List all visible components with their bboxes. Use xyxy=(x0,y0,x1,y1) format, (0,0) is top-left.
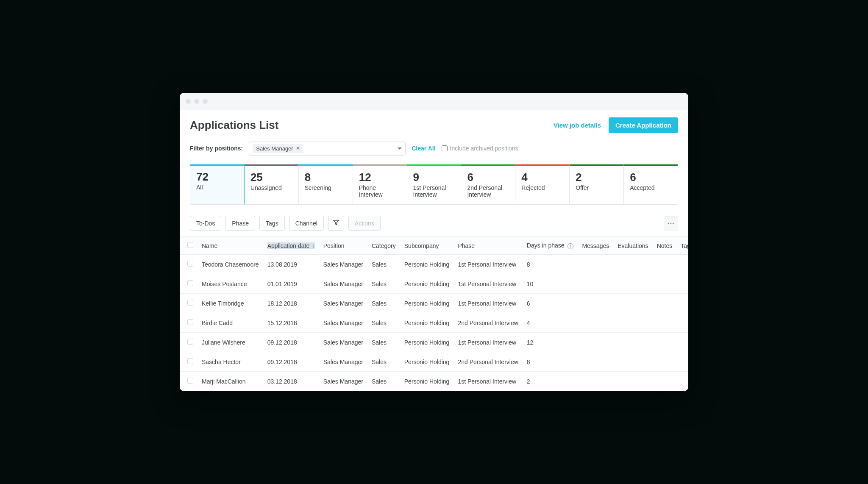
stage-tab[interactable]: 12Phone Interview xyxy=(353,164,407,204)
info-icon[interactable]: i xyxy=(568,243,573,249)
row-checkbox[interactable] xyxy=(187,300,193,306)
cell-name: Moises Postance xyxy=(198,274,263,294)
row-checkbox[interactable] xyxy=(187,319,193,325)
more-menu-button[interactable]: ⋯ xyxy=(664,216,678,231)
cell-phase: 2nd Personal Interview xyxy=(453,313,522,333)
cell-subcompany: Personio Holding xyxy=(400,294,454,313)
cell-category: Sales xyxy=(367,372,400,391)
view-job-details-link[interactable]: View job details xyxy=(554,122,601,129)
include-archived-label: Include archived positions xyxy=(450,145,518,152)
table-row[interactable]: Kellie Timbridge18.12.2018Sales ManagerS… xyxy=(180,294,688,313)
stage-tab[interactable]: 4Rejected xyxy=(515,164,570,204)
stage-label: Accepted xyxy=(630,184,672,192)
page-header: Applications List View job details Creat… xyxy=(190,117,678,133)
filter-tags-button[interactable]: Tags xyxy=(259,216,285,231)
row-checkbox[interactable] xyxy=(187,378,193,384)
col-tags[interactable]: Tags xyxy=(676,237,688,255)
create-application-button[interactable]: Create Application xyxy=(609,117,678,133)
cell-date: 01.01.2019 xyxy=(263,274,319,294)
cell-name: Teodora Chasemoore xyxy=(198,255,263,274)
table-row[interactable]: Marji MacCallion03.12.2018Sales ManagerS… xyxy=(180,372,688,391)
cell-messages xyxy=(578,333,613,352)
sort-desc-icon: ↓ xyxy=(312,243,315,248)
stage-count: 8 xyxy=(305,171,347,184)
cell-position: Sales Manager xyxy=(319,294,367,313)
stage-count: 2 xyxy=(576,171,618,184)
window-control-zoom[interactable] xyxy=(203,99,208,104)
clear-all-link[interactable]: Clear All xyxy=(412,145,435,152)
cell-tags xyxy=(676,255,688,274)
cell-notes xyxy=(653,294,677,313)
select-all-checkbox[interactable] xyxy=(187,242,193,248)
table-row[interactable]: Birdie Cadd15.12.2018Sales ManagerSalesP… xyxy=(180,313,688,333)
cell-name: Birdie Cadd xyxy=(198,313,263,333)
cell-messages xyxy=(578,255,613,274)
table-row[interactable]: Teodora Chasemoore13.08.2019Sales Manage… xyxy=(180,255,688,274)
table-row[interactable]: Moises Postance01.01.2019Sales ManagerSa… xyxy=(180,274,688,294)
stage-tab[interactable]: 91st Personal Interview xyxy=(407,164,462,204)
stage-tab[interactable]: 6Accepted xyxy=(624,164,678,204)
cell-subcompany: Personio Holding xyxy=(400,352,454,372)
stage-label: Screening xyxy=(305,184,347,192)
cell-position: Sales Manager xyxy=(319,313,367,333)
filter-phase-button[interactable]: Phase xyxy=(225,216,255,231)
cell-days: 12 xyxy=(523,333,578,352)
cell-category: Sales xyxy=(367,313,400,333)
stage-tab[interactable]: 62nd Personal Interview xyxy=(461,164,515,204)
stage-count: 9 xyxy=(413,171,455,184)
stage-tab[interactable]: 2Offer xyxy=(570,164,624,204)
actions-button: Actions xyxy=(348,216,381,231)
table-row[interactable]: Juliane Wilshere09.12.2018Sales ManagerS… xyxy=(180,333,688,352)
stage-label: All xyxy=(196,184,238,191)
col-application-date[interactable]: Application date ↓ xyxy=(263,237,319,255)
funnel-icon xyxy=(333,220,339,225)
cell-phase: 2nd Personal Interview xyxy=(453,352,522,372)
col-messages[interactable]: Messages xyxy=(578,237,613,255)
col-category[interactable]: Category xyxy=(367,237,400,255)
cell-days: 8 xyxy=(523,352,578,372)
filter-channel-button[interactable]: Channel xyxy=(289,216,324,231)
stage-tabs: 72All25Unassigned8Screening12Phone Inter… xyxy=(190,164,678,205)
position-select[interactable]: Sales Manager ✕ xyxy=(249,142,406,156)
table-row[interactable]: Sascha Hector09.12.2018Sales ManagerSale… xyxy=(180,352,688,372)
filter-icon-button[interactable] xyxy=(328,216,344,231)
row-checkbox[interactable] xyxy=(187,280,193,286)
window-control-minimize[interactable] xyxy=(194,99,199,104)
cell-tags xyxy=(676,294,688,313)
stage-label: Offer xyxy=(576,184,618,192)
col-name[interactable]: Name xyxy=(198,237,263,255)
row-checkbox[interactable] xyxy=(187,261,193,267)
stage-tab[interactable]: 72All xyxy=(190,164,245,205)
cell-category: Sales xyxy=(367,294,400,313)
remove-chip-icon[interactable]: ✕ xyxy=(296,145,300,151)
cell-notes xyxy=(653,372,677,391)
window-control-close[interactable] xyxy=(186,99,191,104)
filter-todos-button[interactable]: To-Dos xyxy=(190,216,221,231)
row-checkbox[interactable] xyxy=(187,358,193,364)
cell-phase: 1st Personal Interview xyxy=(453,372,522,391)
row-checkbox[interactable] xyxy=(187,339,193,345)
cell-days: 10 xyxy=(523,274,578,294)
cell-date: 09.12.2018 xyxy=(263,352,319,372)
stage-count: 72 xyxy=(196,171,238,183)
header-actions: View job details Create Application xyxy=(554,117,678,133)
stage-count: 6 xyxy=(467,171,509,184)
col-evaluations[interactable]: Evaluations xyxy=(613,237,652,255)
col-notes[interactable]: Notes xyxy=(653,237,677,255)
window-titlebar xyxy=(180,93,688,110)
include-archived-checkbox[interactable] xyxy=(442,145,448,151)
col-days[interactable]: Days in phase i xyxy=(523,237,578,255)
cell-tags xyxy=(676,333,688,352)
stage-tab[interactable]: 25Unassigned xyxy=(245,164,299,204)
stage-count: 4 xyxy=(521,171,563,184)
cell-messages xyxy=(578,274,613,294)
applications-table: Name Application date ↓ Position Categor… xyxy=(180,237,688,391)
cell-phase: 1st Personal Interview xyxy=(453,294,522,313)
cell-category: Sales xyxy=(367,352,400,372)
col-phase[interactable]: Phase xyxy=(453,237,522,255)
col-subcompany[interactable]: Subcompany xyxy=(400,237,454,255)
cell-evaluations xyxy=(613,333,652,352)
stage-tab[interactable]: 8Screening xyxy=(299,164,353,204)
col-position[interactable]: Position xyxy=(319,237,367,255)
include-archived-toggle[interactable]: Include archived positions xyxy=(442,145,518,152)
